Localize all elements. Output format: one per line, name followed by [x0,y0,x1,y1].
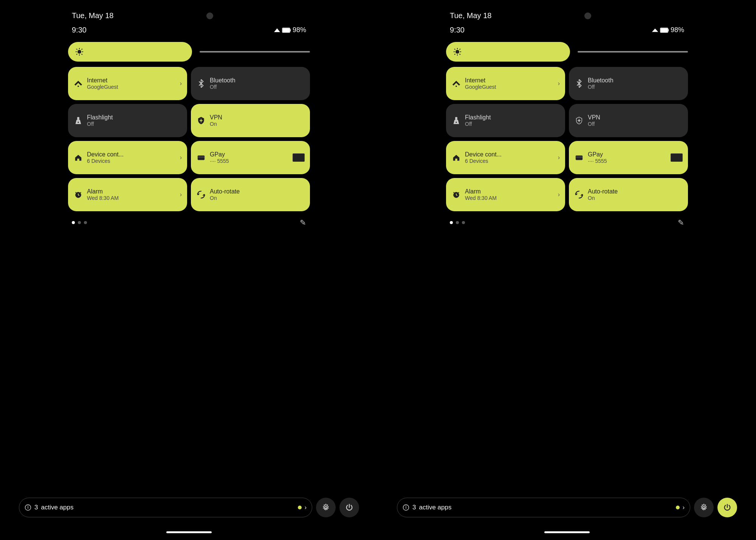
tile-vpn-right[interactable]: VPN Off [569,104,688,137]
tile-device-title-left: Device cont... [87,151,124,158]
tile-gpay-text-left: GPay ···· 5555 [210,151,229,164]
tile-autorotate-left[interactable]: Auto-rotate On [191,178,310,211]
wifi-icon-right [652,28,658,33]
tile-internet-left[interactable]: Internet GoogleGuest › [68,67,187,100]
info-icon-right [403,504,409,511]
tile-bluetooth-left[interactable]: Bluetooth Off [191,67,310,100]
dot-3-left[interactable] [84,221,87,224]
tile-bluetooth-title-left: Bluetooth [210,77,235,84]
edit-icon-left[interactable]: ✎ [300,218,306,227]
svg-rect-3 [283,28,290,32]
dots-row-right: ✎ [446,211,688,227]
tile-flashlight-subtitle-left: Off [87,121,113,127]
tile-alarm-right[interactable]: Alarm Wed 8:30 AM › [446,178,565,211]
battery-right: 98% [652,26,684,34]
active-apps-dot-right [676,506,680,509]
tile-flashlight-left[interactable]: Flashlight Off [68,104,187,137]
time-left: 9:30 [72,26,87,34]
svg-line-42 [460,49,460,50]
dot-2-right[interactable] [456,221,459,224]
battery-left: 98% [274,26,306,34]
tile-device-text-right: Device cont... 6 Devices [465,151,502,164]
tile-autorotate-subtitle-left: On [210,195,240,201]
active-apps-chevron-right: › [683,504,685,511]
tile-flashlight-text-right: Flashlight Off [465,114,491,127]
brightness-track-left[interactable] [200,51,310,53]
tile-alarm-title-right: Alarm [465,188,497,195]
battery-percent-right: 98% [671,26,684,34]
tile-device-left[interactable]: Device cont... 6 Devices › [68,141,187,174]
tile-bluetooth-subtitle-right: Off [588,84,613,90]
power-button-left[interactable] [339,498,359,517]
tile-autorotate-right[interactable]: Auto-rotate On [569,178,688,211]
bluetooth-tile-icon-right [575,79,583,88]
tile-alarm-text-right: Alarm Wed 8:30 AM [465,188,497,201]
svg-point-17 [77,122,79,123]
flashlight-tile-icon-right [452,116,460,125]
tile-alarm-subtitle-left: Wed 8:30 AM [87,195,119,201]
svg-rect-50 [576,156,582,158]
tile-gpay-subtitle-right: ···· 5555 [588,158,607,164]
tile-alarm-arrow-left: › [180,191,182,198]
brightness-track-right[interactable] [578,51,688,53]
brightness-icon-right [453,47,462,56]
active-apps-pill-left[interactable]: 3 active apps › [19,498,312,517]
tile-alarm-arrow-right: › [558,191,560,198]
tile-flashlight-text-left: Flashlight Off [87,114,113,127]
tile-gpay-right[interactable]: GPay ···· 5555 [569,141,688,174]
tile-device-right[interactable]: Device cont... 6 Devices › [446,141,565,174]
tile-gpay-subtitle-left: ···· 5555 [210,158,229,164]
status-bar-right: Tue, May 18 [446,0,688,24]
svg-point-14 [77,86,79,87]
page-dots-right [450,221,465,224]
time-battery-right: 9:30 98% [446,24,688,42]
date-right: Tue, May 18 [450,11,491,20]
tile-flashlight-subtitle-right: Off [465,121,491,127]
bottom-bar-left: 3 active apps › [19,498,359,517]
tile-flashlight-title-left: Flashlight [87,114,113,121]
active-apps-chevron-left: › [305,504,307,511]
tile-gpay-left[interactable]: GPay ···· 5555 [191,141,310,174]
tile-internet-subtitle-left: GoogleGuest [87,84,118,90]
tile-gpay-card-right [671,153,683,162]
camera-dot-left [206,12,213,19]
brightness-pill-right[interactable] [446,42,570,62]
tile-alarm-left[interactable]: Alarm Wed 8:30 AM › [68,178,187,211]
tile-internet-arrow-left: › [180,80,182,87]
tile-vpn-left[interactable]: VPN On [191,104,310,137]
active-apps-count-right: 3 [412,504,416,511]
tile-internet-title-left: Internet [87,77,118,84]
card-tile-icon-right [575,153,583,162]
svg-rect-49 [576,156,582,160]
active-apps-pill-right[interactable]: 3 active apps › [397,498,690,517]
edit-icon-right[interactable]: ✎ [678,218,684,227]
wifi-icon-left [274,28,280,33]
bottom-bar-right: 3 active apps › [397,498,737,517]
brightness-pill-left[interactable] [68,42,192,62]
settings-button-left[interactable] [316,498,336,517]
info-icon-left [25,504,31,511]
tile-device-text-left: Device cont... 6 Devices [87,151,124,164]
settings-button-right[interactable] [694,498,714,517]
svg-line-10 [82,54,82,55]
svg-rect-33 [668,29,669,31]
status-bar-left: Tue, May 18 [68,0,310,24]
svg-marker-31 [652,28,658,32]
power-button-right[interactable] [717,498,737,517]
dot-1-left[interactable] [72,221,75,224]
tile-alarm-subtitle-right: Wed 8:30 AM [465,195,497,201]
wifi-tile-icon-right [452,79,460,88]
dot-2-left[interactable] [78,221,81,224]
tile-bluetooth-right[interactable]: Bluetooth Off [569,67,688,100]
svg-point-60 [406,506,406,506]
tile-flashlight-right[interactable]: Flashlight Off [446,104,565,137]
tile-bluetooth-title-right: Bluetooth [588,77,613,84]
power-icon-right [723,503,731,512]
tile-internet-text-right: Internet GoogleGuest [465,77,496,90]
dot-1-right[interactable] [450,221,453,224]
tile-alarm-text-left: Alarm Wed 8:30 AM [87,188,119,201]
tile-internet-right[interactable]: Internet GoogleGuest › [446,67,565,100]
dot-3-right[interactable] [462,221,465,224]
vpn-tile-icon-right [575,116,583,125]
tile-gpay-title-right: GPay [588,151,607,158]
